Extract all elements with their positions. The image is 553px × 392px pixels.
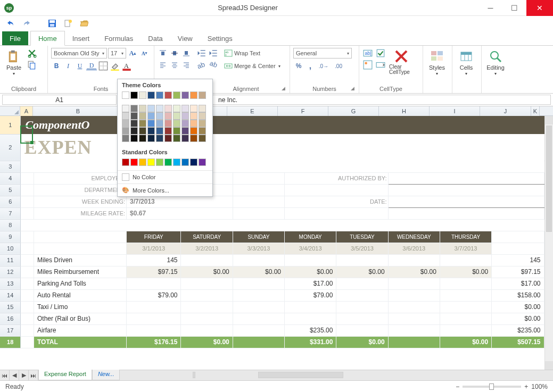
color-swatch[interactable] (156, 91, 163, 99)
column-header[interactable]: F (278, 106, 328, 116)
cell[interactable] (440, 254, 491, 266)
rotate-right-button[interactable]: ab (208, 60, 218, 70)
color-swatch[interactable] (164, 127, 172, 135)
color-swatch[interactable] (190, 91, 197, 99)
cell[interactable] (388, 254, 440, 266)
scroll-thumb[interactable] (546, 126, 552, 232)
align-center-button[interactable] (169, 60, 180, 70)
styles-button[interactable]: Styles▾ (426, 48, 448, 77)
color-swatch[interactable] (190, 112, 197, 120)
cell[interactable]: SUNDAY (233, 231, 284, 243)
alignment-launcher-icon[interactable]: ◢ (282, 86, 288, 92)
cell[interactable]: 145 (492, 254, 544, 266)
tab-settings[interactable]: Settings (200, 31, 240, 45)
open-button[interactable] (79, 18, 89, 29)
color-swatch[interactable] (164, 105, 172, 112)
align-bottom-button[interactable] (181, 48, 192, 59)
color-swatch[interactable] (130, 127, 138, 135)
cell[interactable]: DEPARTMENT: (34, 184, 126, 196)
cell[interactable] (127, 324, 181, 336)
cell[interactable] (285, 207, 389, 219)
cell[interactable]: SATURDAY (181, 231, 233, 243)
no-color-button[interactable]: No Color (118, 170, 212, 184)
cell[interactable] (388, 324, 440, 336)
cell[interactable]: MILEAGE RATE: (34, 207, 126, 219)
zoom-slider[interactable] (463, 386, 521, 388)
cell[interactable] (181, 254, 233, 266)
color-swatch[interactable] (173, 120, 180, 127)
cell[interactable] (233, 278, 284, 289)
color-swatch[interactable] (164, 135, 172, 142)
cell[interactable]: $79.00 (127, 289, 181, 301)
cell[interactable] (388, 184, 544, 196)
color-swatch[interactable] (190, 105, 197, 112)
color-swatch[interactable] (156, 127, 163, 135)
color-swatch[interactable] (164, 112, 172, 120)
cell[interactable] (21, 266, 34, 278)
cell[interactable]: 3/5/2013 (336, 243, 388, 254)
tab-nav-prev[interactable]: ◀ (10, 370, 19, 380)
cell[interactable] (21, 207, 34, 219)
color-swatch[interactable] (139, 159, 146, 166)
column-header[interactable]: I (430, 106, 480, 116)
cell[interactable] (336, 278, 388, 289)
row-header[interactable]: 15 (0, 301, 21, 313)
grid-body[interactable]: 1ComponentO2EXPENORT34EMPLOYEE:Kim Aberc… (0, 116, 553, 370)
color-swatch[interactable] (139, 135, 146, 142)
cells-button[interactable]: Cells▾ (456, 48, 477, 77)
cell[interactable] (127, 278, 181, 289)
cell[interactable]: $0.00 (336, 336, 388, 348)
tab-insert[interactable]: Insert (65, 31, 97, 45)
decrease-decimal-button[interactable]: .00 (332, 61, 345, 71)
row-header[interactable]: 8 (0, 219, 21, 231)
cell[interactable]: Miles Driven (34, 254, 126, 266)
color-swatch[interactable] (181, 159, 189, 166)
name-box[interactable]: A1 (2, 95, 117, 105)
column-header[interactable]: H (379, 106, 430, 116)
cell[interactable] (440, 289, 491, 301)
cell[interactable] (388, 207, 544, 219)
cell[interactable]: ComponentO (21, 116, 544, 134)
hscroll-thumb[interactable] (258, 372, 343, 378)
color-swatch[interactable] (139, 91, 146, 99)
cell[interactable]: EMPLOYEE: (34, 172, 126, 184)
color-swatch[interactable] (147, 120, 155, 127)
cell[interactable] (21, 324, 34, 336)
number-format-select[interactable]: General▾ (293, 48, 352, 59)
zoom-plus[interactable]: + (524, 383, 528, 390)
tab-data[interactable]: Data (141, 31, 170, 45)
cell[interactable]: $235.00 (492, 324, 544, 336)
align-right-button[interactable] (181, 60, 192, 70)
cell[interactable] (233, 336, 284, 348)
celltype-d-button[interactable] (375, 60, 386, 70)
row-header[interactable]: 18 (0, 336, 21, 348)
cell[interactable] (233, 172, 284, 184)
color-swatch[interactable] (199, 112, 206, 120)
cell[interactable] (34, 243, 126, 254)
color-swatch[interactable] (173, 135, 180, 142)
horizontal-scrollbar[interactable] (120, 370, 553, 380)
cell[interactable]: $331.00 (285, 336, 336, 348)
cell[interactable] (388, 196, 544, 207)
cell[interactable] (492, 231, 544, 243)
cell[interactable] (285, 301, 336, 313)
color-swatch[interactable] (181, 91, 189, 99)
row-header[interactable]: 5 (0, 184, 21, 196)
celltype-b-button[interactable] (362, 60, 373, 70)
color-swatch[interactable] (130, 120, 138, 127)
cell[interactable]: $0.00 (440, 336, 491, 348)
color-swatch[interactable] (199, 159, 206, 166)
color-swatch[interactable] (173, 105, 180, 112)
file-tab[interactable]: File (2, 31, 28, 45)
row-header[interactable]: 17 (0, 324, 21, 336)
cell[interactable] (336, 324, 388, 336)
underline-button[interactable]: U (75, 61, 85, 71)
color-swatch[interactable] (122, 135, 129, 142)
cell[interactable]: TUESDAY (336, 231, 388, 243)
color-swatch[interactable] (173, 159, 180, 166)
editing-button[interactable]: Editing▾ (485, 48, 506, 77)
tab-formulas[interactable]: Formulas (97, 31, 141, 45)
cell[interactable]: $158.00 (492, 289, 544, 301)
cell[interactable] (388, 313, 440, 324)
save-button[interactable] (47, 18, 57, 29)
